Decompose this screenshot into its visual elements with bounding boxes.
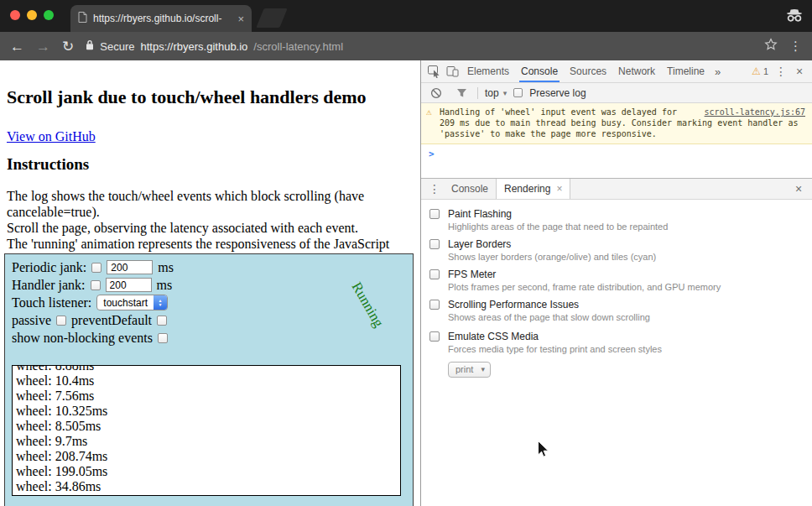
log-line: wheel: 8.88ms — [16, 365, 397, 373]
execution-context-select[interactable]: top ▾ — [485, 87, 507, 99]
passive-label: passive — [12, 313, 51, 328]
paint-flashing-checkbox[interactable] — [429, 209, 440, 219]
rendering-option: Layer Borders Shows layer borders (orang… — [429, 238, 812, 262]
periodic-jank-label: Periodic jank: — [12, 260, 86, 275]
passive-checkbox[interactable] — [56, 316, 66, 326]
source-link[interactable]: scroll-latency.js:67 — [705, 107, 805, 117]
handler-jank-input[interactable] — [106, 278, 152, 292]
scrolling-performance-checkbox[interactable] — [429, 300, 440, 310]
handler-jank-unit: ms — [157, 278, 173, 293]
drawer-tab-rendering[interactable]: Rendering × — [496, 179, 570, 199]
warning-line: 'passive' to make the page more responsi… — [440, 128, 805, 139]
touch-listener-select[interactable]: touchstart ▲▼ — [96, 295, 168, 310]
prevent-default-checkbox[interactable] — [157, 316, 167, 326]
window-controls — [10, 10, 54, 20]
prompt-chevron-icon: > — [429, 149, 435, 159]
warning-icon: ⚠ — [426, 107, 432, 117]
devtools-panel: Elements Console Sources Network Timelin… — [420, 60, 812, 506]
periodic-jank-unit: ms — [158, 260, 174, 275]
layer-borders-checkbox[interactable] — [429, 239, 440, 249]
browser-tab[interactable]: https://rbyers.github.io/scroll- × — [70, 5, 252, 32]
reload-button[interactable]: ↻ — [62, 39, 74, 54]
bookmark-star-icon[interactable] — [764, 38, 778, 55]
github-link[interactable]: View on GitHub — [7, 129, 96, 144]
window-zoom-button[interactable] — [44, 10, 54, 20]
log-line: wheel: 34.86ms — [16, 479, 397, 494]
url-host: https://rbyers.github.io — [140, 40, 247, 53]
page-favicon-icon — [78, 12, 87, 25]
drawer-tab-close-icon[interactable]: × — [556, 183, 562, 195]
event-log[interactable]: wheel: 8.88ms wheel: 10.4ms wheel: 7.56m… — [12, 365, 401, 496]
tab-strip: https://rbyers.github.io/scroll- × — [0, 0, 812, 32]
touch-listener-label: Touch listener: — [12, 295, 91, 310]
select-stepper-icon: ▲▼ — [154, 295, 167, 310]
browser-window: https://rbyers.github.io/scroll- × ← → ↻… — [0, 0, 812, 506]
chevron-down-icon: ▾ — [481, 365, 485, 373]
tab-close-icon[interactable]: × — [237, 13, 244, 24]
chevron-down-icon: ▾ — [503, 89, 508, 97]
show-nonblocking-checkbox[interactable] — [158, 333, 168, 343]
url-path: /scroll-latency.html — [253, 40, 343, 53]
devtools-close-icon[interactable]: × — [790, 62, 809, 81]
mouse-cursor — [537, 441, 552, 459]
warning-count-badge[interactable]: ⚠ 1 — [748, 66, 772, 76]
instructions-heading: Instructions — [7, 155, 414, 174]
filter-icon[interactable] — [452, 84, 471, 102]
prevent-default-label: preventDefault — [71, 313, 152, 328]
warning-count: 1 — [763, 66, 768, 76]
rendering-option: Scrolling Performance Issues Shows areas… — [429, 299, 812, 322]
periodic-jank-input[interactable] — [107, 260, 153, 274]
log-line: wheel: 208.74ms — [16, 449, 397, 464]
back-button[interactable]: ← — [10, 39, 24, 54]
log-line: wheel: 8.505ms — [16, 419, 397, 434]
forward-button[interactable]: → — [36, 39, 50, 54]
tab-network[interactable]: Network — [612, 60, 661, 82]
drawer-close-icon[interactable]: × — [789, 180, 808, 198]
browser-menu-icon[interactable]: ⋮ — [789, 39, 802, 54]
fps-meter-checkbox[interactable] — [429, 269, 440, 279]
emulate-css-media-checkbox[interactable] — [429, 331, 440, 342]
preserve-log-label: Preserve log — [529, 87, 586, 99]
css-media-select[interactable]: print ▾ — [448, 362, 491, 378]
inspect-element-icon[interactable] — [424, 62, 443, 81]
drawer-menu-icon[interactable]: ⋮ — [425, 180, 444, 198]
tab-elements[interactable]: Elements — [461, 60, 515, 82]
log-line: wheel: 10.325ms — [16, 404, 397, 419]
window-close-button[interactable] — [10, 10, 20, 20]
periodic-jank-checkbox[interactable] — [91, 263, 102, 273]
log-line: wheel: 9.7ms — [16, 434, 397, 449]
log-line: wheel: 199.05ms — [16, 464, 397, 479]
tab-title: https://rbyers.github.io/scroll- — [93, 13, 232, 24]
demo-panel: Periodic jank: ms Handler jank: ms Touch… — [4, 253, 414, 506]
devtools-drawer: ⋮ Console Rendering × × Paint Flashing H… — [421, 178, 812, 506]
preserve-log-checkbox[interactable] — [513, 88, 523, 97]
incognito-icon — [785, 8, 804, 26]
page-content: Scroll jank due to touch/wheel handlers … — [0, 60, 420, 506]
page-title: Scroll jank due to touch/wheel handlers … — [7, 86, 414, 108]
new-tab-button[interactable] — [256, 8, 287, 28]
more-tabs-icon[interactable]: » — [710, 65, 725, 78]
log-line: wheel: 7.56ms — [16, 389, 397, 404]
window-minimize-button[interactable] — [27, 10, 37, 20]
rendering-option: Emulate CSS Media Forces media type for … — [429, 331, 812, 354]
rendering-panel: Paint Flashing Highlights areas of the p… — [421, 200, 812, 378]
console-prompt[interactable]: > — [421, 144, 812, 159]
log-line: wheel: 10.4ms — [16, 373, 397, 389]
security-label: Secure — [100, 40, 134, 53]
instructions-text: The log shows the touch/wheel events whi… — [7, 188, 420, 252]
tab-sources[interactable]: Sources — [564, 60, 612, 82]
console-toolbar: top ▾ Preserve log — [421, 83, 812, 103]
lock-icon — [86, 39, 94, 53]
tab-timeline[interactable]: Timeline — [661, 60, 710, 82]
handler-jank-checkbox[interactable] — [91, 280, 101, 290]
rendering-option: Paint Flashing Highlights areas of the p… — [429, 208, 812, 232]
warning-line: 209 ms due to main thread being busy. Co… — [440, 117, 805, 128]
address-bar[interactable]: Secure https://rbyers.github.io/scroll-l… — [86, 39, 752, 53]
device-toolbar-icon[interactable] — [443, 62, 461, 81]
devtools-menu-icon[interactable]: ⋮ — [772, 62, 790, 81]
drawer-tab-console[interactable]: Console — [444, 179, 496, 199]
drawer-header: ⋮ Console Rendering × × — [421, 179, 812, 200]
clear-console-icon[interactable] — [427, 84, 445, 102]
tab-console[interactable]: Console — [515, 60, 564, 82]
show-nonblocking-label: show non-blocking events — [12, 331, 153, 346]
